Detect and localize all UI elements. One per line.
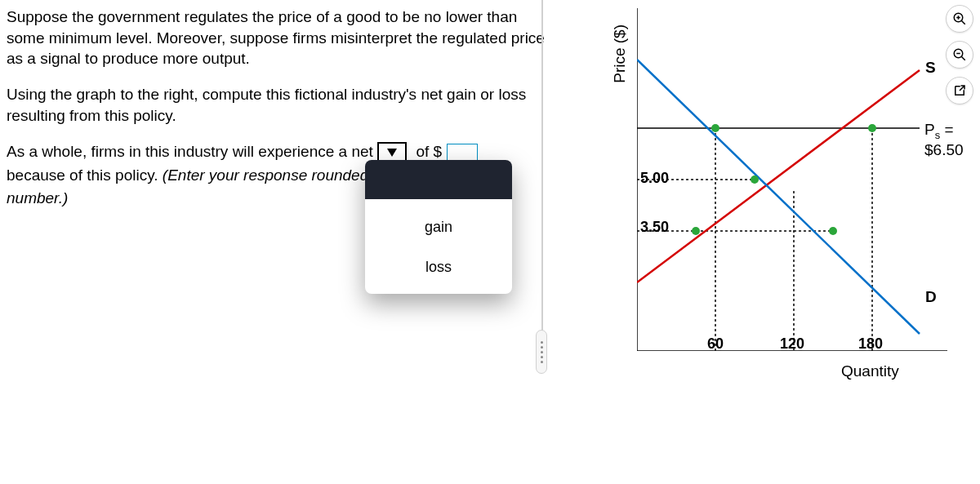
- chevron-down-icon: [387, 149, 397, 157]
- svg-line-16: [961, 20, 965, 24]
- pane-splitter-line: [541, 0, 543, 359]
- answer-prefix: As a whole, firms in this industry will …: [7, 143, 373, 160]
- zoom-in-icon: [952, 11, 967, 26]
- chart: Price ($) Quantity 5.00 3.50 60 120 180 …: [572, 0, 956, 384]
- open-new-window-button[interactable]: [946, 77, 973, 104]
- xtick-120: 120: [780, 335, 804, 353]
- svg-point-10: [711, 124, 719, 132]
- ytick-3-5: 3.50: [640, 219, 669, 236]
- price-floor-label: Ps = $6.50: [924, 121, 964, 159]
- ytick-5: 5.00: [640, 170, 669, 187]
- of-label: of $: [416, 143, 442, 160]
- svg-point-12: [868, 124, 876, 132]
- question-paragraph-2: Using the graph to the right, compute th…: [7, 84, 546, 126]
- x-axis-label: Quantity: [841, 362, 899, 380]
- chart-toolbar: [946, 5, 973, 104]
- zoom-out-icon: [952, 47, 967, 62]
- open-external-icon: [952, 83, 967, 98]
- xtick-180: 180: [858, 335, 883, 353]
- supply-label: S: [925, 59, 936, 77]
- dropdown-option-gain[interactable]: gain: [365, 207, 512, 247]
- svg-point-11: [751, 175, 759, 184]
- svg-point-14: [829, 227, 837, 235]
- zoom-out-button[interactable]: [946, 41, 973, 69]
- dropdown-option-loss[interactable]: loss: [365, 247, 512, 287]
- question-paragraph-1: Suppose the government regulates the pri…: [7, 7, 546, 69]
- chart-svg: [637, 8, 947, 351]
- answer-suffix-1: because of this policy.: [7, 167, 163, 184]
- demand-label: D: [925, 288, 937, 306]
- svg-point-13: [692, 227, 700, 235]
- pane-splitter-handle[interactable]: [536, 330, 547, 374]
- zoom-in-button[interactable]: [946, 5, 973, 33]
- xtick-60: 60: [707, 335, 724, 353]
- dropdown-menu[interactable]: gain loss: [365, 160, 512, 294]
- y-axis-label: Price ($): [611, 24, 629, 83]
- amount-input[interactable]: [447, 144, 478, 162]
- dropdown-selected-blank[interactable]: [365, 160, 512, 199]
- svg-line-20: [961, 56, 965, 60]
- svg-line-9: [637, 60, 920, 334]
